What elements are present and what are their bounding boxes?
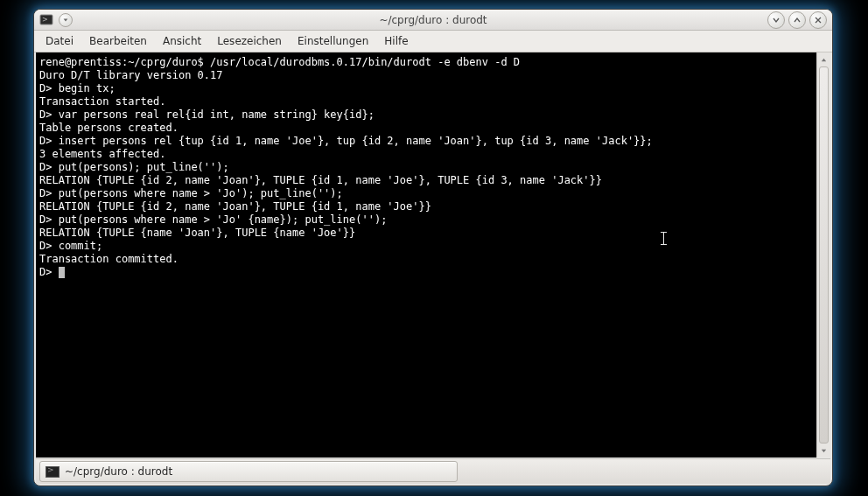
terminal-line: D> commit; xyxy=(39,240,811,253)
menubar: Datei Bearbeiten Ansicht Lesezeichen Ein… xyxy=(34,31,832,52)
terminal-area[interactable]: rene@prentiss:~/cprg/duro$ /usr/local/du… xyxy=(36,52,830,458)
terminal-line: 3 elements affected. xyxy=(39,148,811,161)
terminal-line: D> insert persons rel {tup {id 1, name '… xyxy=(39,135,811,148)
maximize-button[interactable] xyxy=(788,11,806,29)
window-title: ~/cprg/duro : durodt xyxy=(34,14,832,26)
taskbar-label: ~/cprg/duro : durodt xyxy=(65,465,172,478)
terminal-icon: > xyxy=(39,13,53,27)
window-menu-button[interactable] xyxy=(59,13,73,27)
text-cursor-icon xyxy=(663,232,664,245)
terminal-line: Transaction started. xyxy=(39,95,811,108)
terminal-line: D> put(persons); put_line(''); xyxy=(39,161,811,174)
terminal-content[interactable]: rene@prentiss:~/cprg/duro$ /usr/local/du… xyxy=(36,52,816,458)
scroll-up-button[interactable] xyxy=(817,52,830,66)
terminal-line: RELATION {TUPLE {name 'Joan'}, TUPLE {na… xyxy=(39,227,811,240)
menu-lesezeichen[interactable]: Lesezeichen xyxy=(209,31,290,52)
terminal-line: RELATION {TUPLE {id 2, name 'Joan'}, TUP… xyxy=(39,200,811,213)
scroll-down-button[interactable] xyxy=(817,444,830,458)
terminal-caret xyxy=(59,267,65,278)
application-window: > ~/cprg/duro : durodt Datei Bearbeiten … xyxy=(33,9,833,486)
scroll-track[interactable] xyxy=(817,66,830,444)
terminal-line: Transaction committed. xyxy=(39,253,811,266)
taskbar-button[interactable]: ~/cprg/duro : durodt xyxy=(39,461,458,482)
terminal-line: RELATION {TUPLE {id 2, name 'Joan'}, TUP… xyxy=(39,174,811,187)
menu-bearbeiten[interactable]: Bearbeiten xyxy=(81,31,155,52)
terminal-line: D> put(persons where name > 'Jo' {name})… xyxy=(39,213,811,227)
terminal-line: D> var persons real rel{id int, name str… xyxy=(39,108,811,122)
terminal-line: D> put(persons where name > 'Jo'); put_l… xyxy=(39,187,811,200)
scroll-thumb[interactable] xyxy=(819,66,829,444)
menu-einstellungen[interactable]: Einstellungen xyxy=(290,31,376,52)
scrollbar[interactable] xyxy=(816,52,830,458)
terminal-line: D> begin tx; xyxy=(39,82,811,95)
menu-hilfe[interactable]: Hilfe xyxy=(376,31,416,52)
terminal-line: Duro D/T library version 0.17 xyxy=(39,69,811,82)
titlebar[interactable]: > ~/cprg/duro : durodt xyxy=(34,10,832,31)
menu-datei[interactable]: Datei xyxy=(38,31,81,52)
terminal-line: D> xyxy=(39,266,811,279)
taskbar: ~/cprg/duro : durodt xyxy=(36,458,830,484)
terminal-icon xyxy=(46,466,60,478)
terminal-line: rene@prentiss:~/cprg/duro$ /usr/local/du… xyxy=(39,56,811,69)
minimize-button[interactable] xyxy=(767,11,785,29)
terminal-line: Table persons created. xyxy=(39,122,811,135)
svg-text:>: > xyxy=(42,16,48,24)
close-button[interactable] xyxy=(809,11,827,29)
menu-ansicht[interactable]: Ansicht xyxy=(155,31,209,52)
